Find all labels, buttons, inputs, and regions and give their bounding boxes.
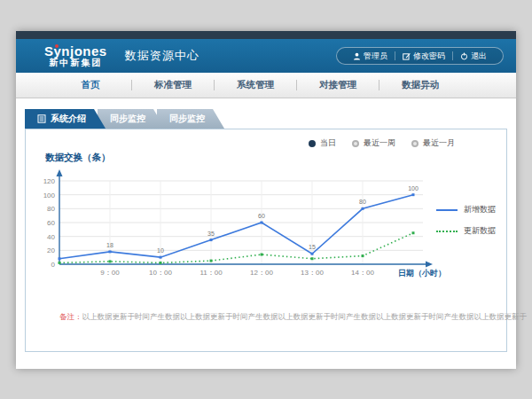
svg-text:20: 20 bbox=[47, 246, 55, 254]
svg-text:100: 100 bbox=[408, 185, 419, 192]
filter-last-month[interactable]: 最近一月 bbox=[411, 137, 455, 149]
main-nav: 首页 标准管理 系统管理 对接管理 数据异动 bbox=[16, 73, 516, 98]
legend-label: 更新数据 bbox=[464, 225, 496, 237]
legend-update-data[interactable]: 更新数据 bbox=[436, 225, 496, 237]
page-title: 数据资源中心 bbox=[125, 48, 200, 64]
svg-text:10: 10 bbox=[157, 247, 164, 254]
change-password-label: 修改密码 bbox=[413, 51, 445, 62]
svg-text:80: 80 bbox=[47, 205, 55, 213]
svg-text:100: 100 bbox=[43, 192, 56, 200]
svg-text:13：00: 13：00 bbox=[301, 269, 324, 277]
power-icon bbox=[460, 52, 468, 60]
line-chart: 0204060801001209：0010：0011：0012：0013：001… bbox=[38, 167, 448, 296]
legend-new-data[interactable]: 新增数据 bbox=[436, 204, 496, 215]
chart-legend: 新增数据 更新数据 bbox=[436, 204, 496, 237]
logout-label: 退出 bbox=[471, 51, 487, 62]
radio-unselected-icon bbox=[352, 140, 359, 147]
change-password-button[interactable]: 修改密码 bbox=[395, 51, 452, 62]
user-menu-admin[interactable]: 管理员 bbox=[346, 51, 395, 62]
tab-sync-monitor-1[interactable]: 同步监控 bbox=[98, 109, 165, 129]
user-icon bbox=[353, 52, 361, 60]
page: Synjones 新中新集团 数据资源中心 管理员 修改密码 bbox=[16, 31, 516, 369]
svg-text:15: 15 bbox=[309, 244, 316, 250]
svg-text:60: 60 bbox=[47, 219, 55, 227]
svg-text:18: 18 bbox=[106, 242, 113, 248]
nav-item-standard-mgmt[interactable]: 标准管理 bbox=[132, 79, 214, 91]
logout-button[interactable]: 退出 bbox=[453, 51, 494, 62]
filter-today[interactable]: 当日 bbox=[309, 137, 336, 149]
logo-name: Synjones bbox=[44, 44, 107, 59]
logo-red-dot-icon bbox=[55, 44, 59, 48]
filter-label: 最近一月 bbox=[423, 137, 455, 149]
svg-text:0: 0 bbox=[51, 261, 56, 269]
svg-text:12：00: 12：00 bbox=[250, 269, 273, 277]
note-prefix: 备注： bbox=[59, 312, 82, 321]
nav-item-system-mgmt[interactable]: 系统管理 bbox=[215, 79, 296, 91]
svg-text:日期（小时）: 日期（小时） bbox=[398, 269, 446, 278]
logo-group: 新中新集团 bbox=[44, 59, 107, 68]
svg-text:35: 35 bbox=[207, 231, 215, 237]
legend-label: 新增数据 bbox=[464, 204, 496, 215]
edit-icon bbox=[403, 52, 411, 60]
footer-note: 备注：以上数据更新于时间产生数据以上数据更新于时间产生数据以上数据更新于时间产生… bbox=[59, 312, 499, 323]
tab-sync-monitor-2[interactable]: 同步监控 bbox=[157, 109, 224, 129]
filter-label: 当日 bbox=[320, 137, 336, 149]
tab-label: 系统介绍 bbox=[51, 109, 86, 129]
radio-selected-icon bbox=[309, 140, 316, 147]
top-strip bbox=[16, 31, 516, 39]
tab-bar: 系统介绍 同步监控 同步监控 bbox=[25, 109, 516, 129]
company-logo: Synjones 新中新集团 bbox=[44, 44, 107, 67]
user-menu: 管理员 修改密码 退出 bbox=[336, 47, 504, 65]
note-text: 以上数据更新于时间产生数据以上数据更新于时间产生数据以上数据更新于时间产生数据以… bbox=[82, 312, 528, 321]
svg-text:14：00: 14：00 bbox=[351, 269, 374, 277]
nav-item-interface-mgmt[interactable]: 对接管理 bbox=[297, 79, 379, 91]
solid-line-icon bbox=[436, 209, 458, 211]
filter-last-week[interactable]: 最近一周 bbox=[352, 137, 395, 149]
y-axis-title: 数据交换（条） bbox=[45, 152, 111, 164]
svg-text:40: 40 bbox=[47, 233, 55, 241]
content-card: 当日 最近一周 最近一月 数据交换（条） 0204060801001209：00… bbox=[25, 129, 507, 352]
tab-system-intro[interactable]: 系统介绍 bbox=[25, 109, 106, 129]
svg-text:9：00: 9：00 bbox=[100, 269, 120, 277]
document-icon bbox=[37, 114, 46, 123]
svg-text:80: 80 bbox=[359, 199, 366, 205]
nav-item-home[interactable]: 首页 bbox=[50, 79, 131, 91]
filter-label: 最近一周 bbox=[364, 137, 395, 149]
nav-item-data-change[interactable]: 数据异动 bbox=[379, 79, 461, 91]
dotted-line-icon bbox=[436, 231, 458, 232]
range-filter-group: 当日 最近一周 最近一月 bbox=[309, 137, 455, 149]
svg-text:60: 60 bbox=[258, 213, 265, 219]
svg-text:120: 120 bbox=[43, 177, 56, 185]
app-header: Synjones 新中新集团 数据资源中心 管理员 修改密码 bbox=[16, 39, 516, 73]
svg-text:11：00: 11：00 bbox=[200, 269, 223, 277]
user-menu-label: 管理员 bbox=[364, 51, 387, 62]
radio-unselected-icon bbox=[411, 140, 419, 147]
svg-text:10：00: 10：00 bbox=[149, 269, 172, 277]
